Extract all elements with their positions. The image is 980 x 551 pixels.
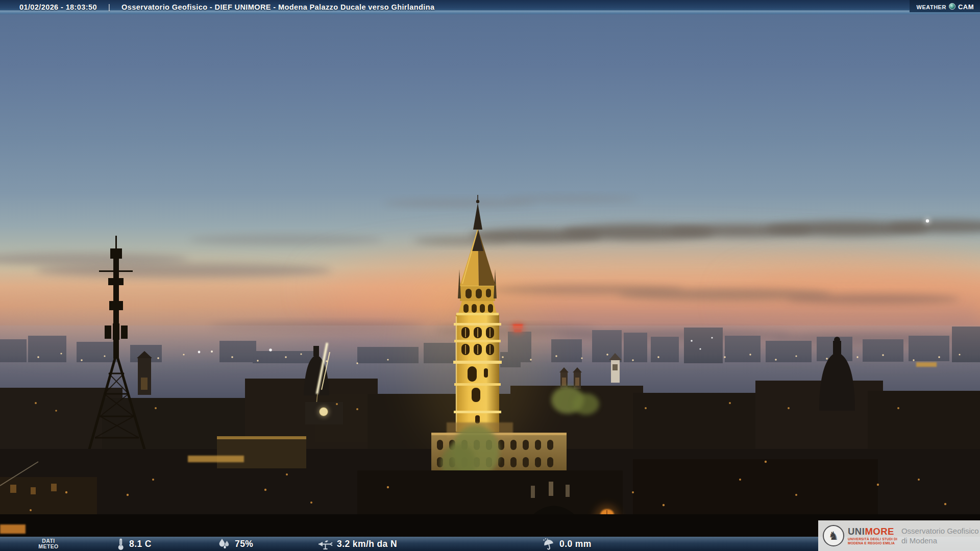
precipitation-reading: 0.0 mm [542,537,592,551]
water-drops-icon [217,538,231,550]
unimore-wordmark: UNIMORE UNIVERSITÀ DEGLI STUDI DI MODENA… [848,527,897,545]
observatory-name: Osservatorio Geofisico di Modena [901,526,979,545]
camera-lens-icon [949,3,955,10]
webcam-title: Osservatorio Geofisico - DIEF UNIMORE - … [121,3,434,11]
weathervane-icon [316,538,333,550]
unimore-subtitle-line1: UNIVERSITÀ DEGLI STUDI DI [848,537,897,541]
dati-meteo-label: DATI METEO [38,538,58,549]
unimore-branding[interactable]: ♞ UNIMORE UNIVERSITÀ DEGLI STUDI DI MODE… [818,520,980,551]
header-separator: | [108,3,110,11]
webcam-photo [0,0,980,551]
header-bar: 01/02/2026 - 18:03:50 | Osservatorio Geo… [0,0,980,14]
weathercam-logo-cam: Cam [958,1,974,12]
university-seal-icon: ♞ [823,525,844,546]
evening-star [924,217,931,224]
temperature-reading: 8.1 C [116,537,152,551]
webcam-page: 01/02/2026 - 18:03:50 | Osservatorio Geo… [0,0,980,551]
humidity-reading: 75% [217,537,253,551]
unimore-more: MORE [865,526,894,537]
weathercam-logo-weather: Weather [917,2,946,11]
unimore-uni: UNI [848,526,865,537]
umbrella-icon [542,538,555,550]
thermometer-icon [116,538,125,550]
weathercam-logo[interactable]: Weather Cam [910,0,980,12]
timestamp: 01/02/2026 - 18:03:50 [19,3,97,11]
wind-reading: 3.2 km/h da N [316,537,397,551]
unimore-subtitle-line2: MODENA E REGGIO EMILIA [848,541,897,545]
